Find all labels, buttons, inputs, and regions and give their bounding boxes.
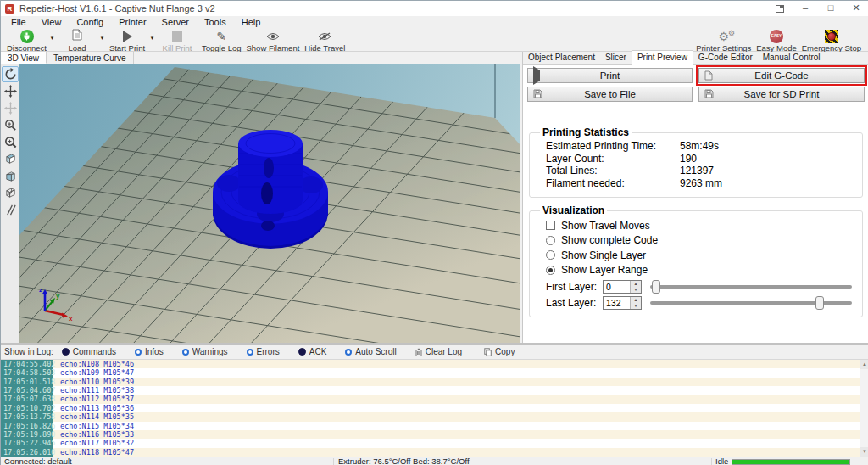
- toggle-log-button[interactable]: ✎ Toggle Log: [202, 30, 241, 53]
- move-view-button[interactable]: [2, 83, 19, 99]
- document-icon: [72, 29, 82, 44]
- hide-travel-button[interactable]: Hide Travel: [304, 30, 345, 53]
- emergency-stop-button[interactable]: Emergency Stop: [802, 30, 861, 53]
- load-button[interactable]: Load: [58, 30, 97, 53]
- left-tab-strip: 3D View Temperature Curve: [1, 52, 522, 64]
- viewport-3d[interactable]: x y z: [1, 64, 520, 343]
- disconnect-button[interactable]: Disconnect: [7, 30, 47, 53]
- tab-print-preview[interactable]: Print Preview: [632, 50, 693, 65]
- view-toolbar: [1, 64, 19, 343]
- bed-grid: x y z: [19, 64, 520, 343]
- menu-view[interactable]: View: [34, 16, 70, 29]
- minimize-button[interactable]: –: [793, 1, 818, 16]
- toggle-warnings[interactable]: Warnings: [182, 347, 228, 356]
- eye-slash-icon: [318, 29, 331, 44]
- copy-icon: [484, 348, 492, 356]
- tab-object-placement[interactable]: Object Placement: [523, 51, 600, 64]
- option-show-layer-range[interactable]: Show Layer Range: [540, 263, 854, 278]
- disconnect-dropdown[interactable]: ▾: [49, 35, 55, 42]
- stat-filament-needed: Filament needed:9263 mm: [540, 177, 854, 190]
- checkbox[interactable]: [546, 221, 555, 230]
- easy-mode-button[interactable]: EASY Easy Mode: [756, 30, 797, 53]
- radio[interactable]: [546, 250, 555, 260]
- connection-status: Connected: default: [4, 457, 72, 465]
- toggle-errors[interactable]: Errors: [247, 347, 280, 356]
- menu-tools[interactable]: Tools: [197, 16, 234, 29]
- toggle-dot-icon: [135, 349, 142, 356]
- clear-log-button[interactable]: Clear Log: [415, 347, 462, 356]
- scroll-up-icon[interactable]: ▲: [860, 360, 868, 369]
- app-icon: R: [5, 4, 14, 14]
- toolbar: Disconnect ▾ Load ▾ Start Print ▾ Kill P…: [1, 29, 868, 52]
- option-show-complete-code[interactable]: Show complete Code: [540, 233, 854, 249]
- play-icon: [123, 31, 132, 42]
- toggle-ack[interactable]: ACK: [298, 347, 327, 356]
- option-show-single-layer[interactable]: Show Single Layer: [540, 248, 854, 263]
- right-pane: Object Placement Slicer Print Preview G-…: [522, 52, 868, 343]
- app-window: R Repetier-Host V1.6.1 - Captive Nut Fla…: [0, 0, 868, 465]
- play-icon: [533, 70, 540, 81]
- tab-3d-view[interactable]: 3D View: [1, 52, 47, 64]
- wireframe-view-button[interactable]: [2, 185, 19, 201]
- isometric-view-button[interactable]: [2, 151, 19, 167]
- save-to-file-button[interactable]: Save to File: [527, 87, 693, 102]
- slider-thumb[interactable]: [652, 280, 660, 294]
- radio[interactable]: [546, 236, 555, 245]
- save-for-sd-button[interactable]: Save for SD Print: [698, 87, 865, 102]
- menu-printer[interactable]: Printer: [111, 16, 153, 29]
- menu-server[interactable]: Server: [154, 16, 197, 29]
- copy-log-button[interactable]: Copy: [484, 347, 515, 356]
- spinner-arrows[interactable]: ▲▼: [630, 297, 641, 309]
- last-layer-spinner[interactable]: 132 ▲▼: [603, 296, 642, 310]
- log-row: 17:05:04.607echo:N111 M105*38: [1, 386, 868, 395]
- log-row: 17:05:19.890echo:N116 M105*33: [1, 430, 868, 439]
- close-button[interactable]: ✕: [843, 1, 868, 16]
- option-show-travel-moves[interactable]: Show Travel Moves: [540, 218, 854, 233]
- log-row: 17:05:10.702echo:N113 M105*36: [1, 404, 868, 412]
- first-layer-spinner[interactable]: 0 ▲▼: [603, 280, 642, 294]
- parallel-projection-button[interactable]: [2, 202, 19, 218]
- log-row: 17:04:58.503echo:N109 M105*47: [1, 368, 868, 377]
- maximize-button[interactable]: □: [818, 1, 843, 16]
- radio[interactable]: [546, 266, 555, 275]
- printer-state-label: Idle: [715, 457, 728, 465]
- stat-estimated-time: Estimated Printing Time:58m:49s: [540, 140, 854, 153]
- scroll-down-icon[interactable]: ▼: [860, 447, 868, 457]
- first-layer-slider[interactable]: [650, 280, 852, 294]
- tab-temperature-curve[interactable]: Temperature Curve: [47, 52, 134, 64]
- highlight-box: [696, 65, 867, 86]
- toggle-infos[interactable]: Infos: [135, 347, 164, 356]
- slider-thumb[interactable]: [815, 296, 824, 310]
- front-view-button[interactable]: [2, 168, 19, 184]
- menu-file[interactable]: File: [3, 16, 34, 29]
- log-scrollbar[interactable]: ▲ ▼: [860, 360, 868, 457]
- start-print-dropdown[interactable]: ▾: [149, 35, 155, 42]
- right-tab-strip: Object Placement Slicer Print Preview G-…: [523, 52, 868, 65]
- log-row: 17:04:55.402echo:N108 M105*46: [1, 360, 868, 368]
- show-filament-button[interactable]: Show Filament: [246, 30, 299, 53]
- toggle-commands[interactable]: Commands: [62, 347, 116, 356]
- print-button[interactable]: Print: [527, 68, 693, 83]
- progress-bar: [732, 459, 850, 465]
- tab-slicer[interactable]: Slicer: [600, 51, 632, 64]
- print-bed-scene[interactable]: x y z: [19, 64, 520, 343]
- temperature-status: Extruder: 76.5°C/Off Bed: 38.7°C/Off: [338, 457, 470, 465]
- menu-help[interactable]: Help: [234, 16, 269, 29]
- spinner-arrows[interactable]: ▲▼: [630, 281, 641, 293]
- rotate-view-button[interactable]: [2, 66, 19, 82]
- printer-settings-button[interactable]: ⚙⚙ Printer Settings: [696, 30, 751, 53]
- main-area: 3D View Temperature Curve: [1, 52, 868, 343]
- menu-config[interactable]: Config: [69, 16, 111, 29]
- start-print-button[interactable]: Start Print: [108, 30, 147, 53]
- load-dropdown[interactable]: ▾: [99, 35, 105, 42]
- last-layer-slider[interactable]: [650, 296, 852, 310]
- tab-gcode-editor[interactable]: G-Code Editor: [693, 51, 758, 64]
- toggle-auto-scroll[interactable]: Auto Scroll: [345, 347, 396, 356]
- titlebar-extra-icon[interactable]: [767, 1, 793, 16]
- zoom-fit-button[interactable]: [2, 134, 19, 150]
- trash-icon: [415, 348, 422, 356]
- tab-manual-control[interactable]: Manual Control: [758, 51, 826, 64]
- log-row: 17:05:22.945echo:N117 M105*32: [1, 439, 868, 447]
- log-rows[interactable]: 17:04:55.402echo:N108 M105*46 17:04:58.5…: [1, 360, 868, 457]
- zoom-in-button[interactable]: [2, 117, 19, 133]
